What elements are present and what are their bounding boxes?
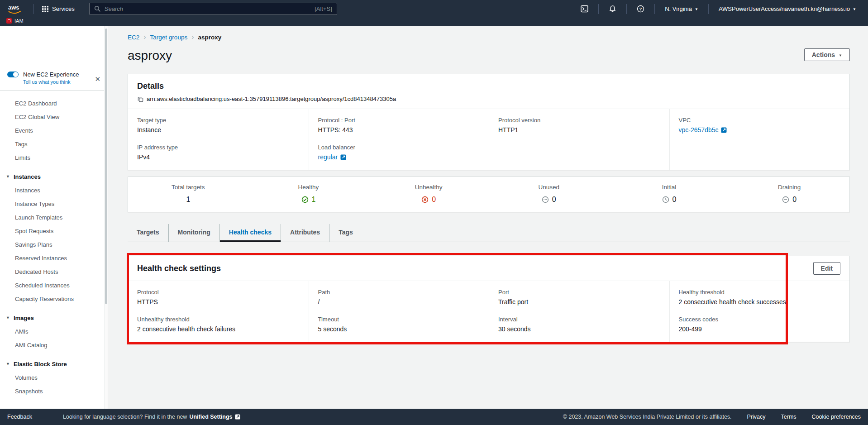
sidebar-item-launch-templates[interactable]: Launch Templates [0,211,108,224]
console-footer: Feedback Looking for language selection?… [0,409,868,425]
field-healthy-threshold: Healthy threshold 2 consecutive health c… [679,289,841,306]
search-shortcut-hint: [Alt+S] [315,5,332,12]
sidebar-item-reserved-instances[interactable]: Reserved Instances [0,252,108,265]
divider [33,4,34,14]
chevron-right-icon [191,33,194,41]
tab-health-checks[interactable]: Health checks [219,224,281,242]
divider [708,4,709,14]
cookie-preferences-link[interactable]: Cookie preferences [812,414,861,420]
triangle-down-icon: ▼ [6,315,10,320]
health-check-section: Health check settings Edit Protocol HTTP… [128,256,850,342]
feedback-link[interactable]: Feedback [7,414,32,420]
new-experience-toggle[interactable] [7,72,19,77]
account-menu[interactable]: AWSPowerUserAccess/navaneeth.kn@harness.… [713,5,862,12]
triangle-down-icon: ▼ [6,174,10,179]
tell-us-link[interactable]: Tell us what you think [23,79,100,85]
hc-column-3: Port Traffic port Interval 30 seconds [489,281,669,342]
sidebar-nav: EC2 Dashboard EC2 Global View Events Tag… [0,91,108,403]
help-button[interactable]: ? [631,5,650,13]
details-heading: Details [137,81,840,91]
details-card: Details arn:aws:elasticloadbalancing:us-… [128,74,850,170]
field-ip-address-type: IP address type IPv4 [137,144,300,161]
tab-bar: Targets Monitoring Health checks Attribu… [128,224,850,242]
region-selector[interactable]: N. Virginia [659,5,704,12]
load-balancer-link[interactable]: regular [318,153,338,161]
targets-summary-card: Total targets 1 Healthy 1 Unhealthy [128,177,850,212]
sidebar-scrollbar[interactable] [104,26,108,409]
field-protocol-port: Protocol : Port HTTPS: 443 [318,117,480,134]
divider [626,4,627,14]
services-menu-button[interactable]: Services [38,4,78,14]
services-grid-icon [42,6,48,12]
stat-unused: Unused 0 [489,184,609,204]
edit-button[interactable]: Edit [813,262,840,275]
breadcrumb-target-groups[interactable]: Target groups [150,34,188,41]
sidebar-item-dedicated-hosts[interactable]: Dedicated Hosts [0,265,108,279]
divider [598,4,599,14]
breadcrumb-current: asproxy [198,34,221,41]
help-question-icon: ? [637,5,644,13]
field-path: Path / [318,289,480,306]
tab-targets[interactable]: Targets [128,224,168,242]
field-target-type: Target type Instance [137,117,300,134]
sidebar-item-capacity-reservations[interactable]: Capacity Reservations [0,292,108,306]
sidebar-section-images[interactable]: ▼ Images [0,310,108,325]
field-port: Port Traffic port [498,289,660,306]
breadcrumb-ec2[interactable]: EC2 [128,34,139,41]
sidebar-item-ec2-global-view[interactable]: EC2 Global View [0,110,108,124]
search-icon [94,5,101,12]
notifications-button[interactable] [603,5,622,13]
field-unhealthy-threshold: Unhealthy threshold 2 consecutive health… [137,316,300,333]
details-column-1: Target type Instance IP address type IPv… [128,109,309,170]
cloudshell-button[interactable] [575,5,594,13]
bookmark-iam[interactable]: IAM [14,18,24,24]
region-label: N. Virginia [665,5,692,12]
tab-attributes[interactable]: Attributes [281,224,329,242]
chevron-down-icon [695,5,698,12]
top-nav-right: ? N. Virginia AWSPowerUserAccess/navanee… [575,4,862,14]
stat-initial: Initial 0 [609,184,730,204]
tab-monitoring[interactable]: Monitoring [168,224,219,242]
sidebar-item-instance-types[interactable]: Instance Types [0,197,108,211]
chevron-down-icon [839,51,842,58]
field-protocol: Protocol HTTPS [137,289,300,306]
sidebar-item-events[interactable]: Events [0,124,108,138]
sidebar-item-tags[interactable]: Tags [0,138,108,151]
language-selection-note: Looking for language selection? Find it … [63,414,240,420]
details-column-4: VPC vpc-2657db5c [669,109,850,170]
terms-link[interactable]: Terms [781,414,796,420]
sidebar-item-ami-catalog[interactable]: AMI Catalog [0,339,108,352]
page-title: asproxy [128,48,172,63]
check-circle-icon [301,196,309,203]
aws-logo-icon[interactable]: aws [6,4,23,14]
sidebar-item-scheduled-instances[interactable]: Scheduled Instances [0,279,108,292]
field-vpc: VPC vpc-2657db5c [679,117,841,134]
sidebar-item-spot-requests[interactable]: Spot Requests [0,224,108,238]
cloudshell-terminal-icon [581,5,588,13]
privacy-link[interactable]: Privacy [747,414,766,420]
sidebar-item-savings-plans[interactable]: Savings Plans [0,238,108,252]
sidebar-item-ec2-dashboard[interactable]: EC2 Dashboard [0,97,108,110]
sidebar-item-snapshots[interactable]: Snapshots [0,385,108,398]
hc-column-2: Path / Timeout 5 seconds [309,281,489,342]
close-icon[interactable]: ✕ [95,75,100,83]
vpc-link[interactable]: vpc-2657db5c [679,126,719,134]
actions-button[interactable]: Actions [804,48,850,61]
services-label: Services [52,5,75,12]
field-load-balancer: Load balancer regular [318,144,480,161]
tab-tags[interactable]: Tags [329,224,362,242]
sidebar-section-instances[interactable]: ▼ Instances [0,169,108,184]
search-input[interactable] [105,5,311,12]
iam-favicon [6,18,12,24]
copy-icon[interactable] [137,96,143,102]
sidebar-section-ebs[interactable]: ▼ Elastic Block Store [0,357,108,371]
sidebar-item-volumes[interactable]: Volumes [0,371,108,385]
global-search[interactable]: [Alt+S] [89,3,337,15]
health-check-card: Health check settings Edit Protocol HTTP… [128,256,850,342]
sidebar-item-instances[interactable]: Instances [0,184,108,197]
unified-settings-link[interactable]: Unified Settings [189,414,232,420]
sidebar-item-limits[interactable]: Limits [0,151,108,165]
external-link-icon [235,414,240,420]
aws-console: aws Services [A [0,0,868,425]
sidebar-item-amis[interactable]: AMIs [0,325,108,339]
